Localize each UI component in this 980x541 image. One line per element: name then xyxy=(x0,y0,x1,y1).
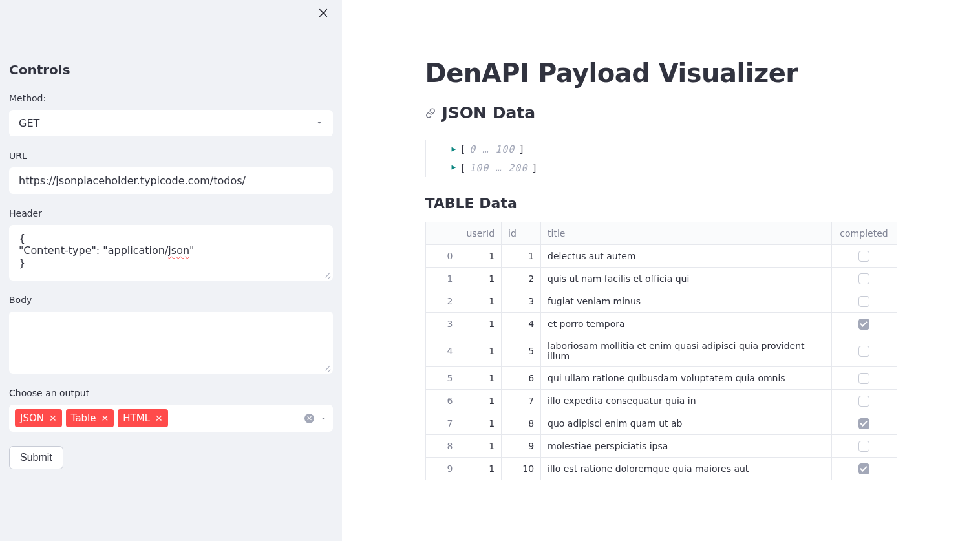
output-label: Choose an output xyxy=(9,388,333,398)
cell-title: delectus aut autem xyxy=(541,245,831,268)
checkbox-icon xyxy=(858,346,869,357)
cell-index: 0 xyxy=(425,245,460,268)
table-row[interactable]: 516qui ullam ratione quibusdam voluptate… xyxy=(425,367,897,390)
checkbox-icon xyxy=(858,296,869,307)
cell-title: fugiat veniam minus xyxy=(541,290,831,313)
cell-id: 7 xyxy=(502,390,541,412)
cell-userid: 1 xyxy=(460,245,502,268)
table-row[interactable]: 415laboriosam mollitia et enim quasi adi… xyxy=(425,335,897,367)
caret-down-icon[interactable] xyxy=(319,412,327,425)
cell-index: 6 xyxy=(425,390,460,412)
method-label: Method: xyxy=(9,93,333,103)
json-range-text: 0 … 100 xyxy=(469,140,515,159)
table-section-title: TABLE Data xyxy=(425,195,897,211)
cell-index: 7 xyxy=(425,412,460,435)
cell-index: 8 xyxy=(425,435,460,458)
cell-id: 2 xyxy=(502,268,541,290)
resize-grip-icon[interactable] xyxy=(322,270,331,279)
cell-index: 1 xyxy=(425,268,460,290)
cell-id: 8 xyxy=(502,412,541,435)
body-textarea[interactable] xyxy=(9,312,333,374)
url-label: URL xyxy=(9,151,333,161)
table-row[interactable]: 819molestiae perspiciatis ipsa xyxy=(425,435,897,458)
table-row[interactable]: 213fugiat veniam minus xyxy=(425,290,897,313)
cell-userid: 1 xyxy=(460,268,502,290)
cell-userid: 1 xyxy=(460,435,502,458)
header-textarea[interactable]: {"Content-type": "application/json"} xyxy=(9,225,333,281)
table-row[interactable]: 112quis ut nam facilis et officia qui xyxy=(425,268,897,290)
checkbox-icon xyxy=(858,319,869,330)
cell-id: 4 xyxy=(502,313,541,335)
resize-grip-icon[interactable] xyxy=(322,363,331,372)
cell-index: 5 xyxy=(425,367,460,390)
th-index[interactable] xyxy=(425,222,460,245)
table-row[interactable]: 9110illo est ratione doloremque quia mai… xyxy=(425,458,897,480)
body-label: Body xyxy=(9,295,333,305)
cell-index: 3 xyxy=(425,313,460,335)
cell-userid: 1 xyxy=(460,412,502,435)
page-title: DenAPI Payload Visualizer xyxy=(425,58,897,88)
th-title[interactable]: title xyxy=(541,222,831,245)
sidebar-title: Controls xyxy=(9,62,333,78)
cell-title: qui ullam ratione quibusdam voluptatem q… xyxy=(541,367,831,390)
tag-remove-icon[interactable]: ✕ xyxy=(49,413,57,423)
cell-id: 1 xyxy=(502,245,541,268)
tag-remove-icon[interactable]: ✕ xyxy=(101,413,109,423)
json-range-row[interactable]: ▶[100 … 200] xyxy=(452,159,897,178)
cell-id: 5 xyxy=(502,335,541,367)
url-value: https://jsonplaceholder.typicode.com/tod… xyxy=(19,175,246,187)
th-userid[interactable]: userId xyxy=(460,222,502,245)
cell-userid: 1 xyxy=(460,458,502,480)
cell-id: 3 xyxy=(502,290,541,313)
cell-index: 9 xyxy=(425,458,460,480)
method-select[interactable]: GET xyxy=(9,110,333,136)
json-range-row[interactable]: ▶[0 … 100] xyxy=(452,140,897,159)
output-multiselect[interactable]: JSON ✕ Table ✕ HTML ✕ ✕ xyxy=(9,405,333,432)
cell-index: 2 xyxy=(425,290,460,313)
header-label: Header xyxy=(9,208,333,218)
cell-id: 6 xyxy=(502,367,541,390)
th-id[interactable]: id xyxy=(502,222,541,245)
cell-title: molestiae perspiciatis ipsa xyxy=(541,435,831,458)
cell-title: illo expedita consequatur quia in xyxy=(541,390,831,412)
sidebar: Controls Method: GET URL https://jsonpla… xyxy=(0,0,342,541)
expand-caret-icon[interactable]: ▶ xyxy=(452,143,456,156)
output-tag-json: JSON ✕ xyxy=(15,409,62,427)
cell-userid: 1 xyxy=(460,313,502,335)
expand-caret-icon[interactable]: ▶ xyxy=(452,161,456,175)
table-row[interactable]: 314et porro tempora xyxy=(425,313,897,335)
close-icon[interactable] xyxy=(314,4,333,25)
json-bracket-close: ] xyxy=(531,159,537,178)
json-bracket-open: [ xyxy=(460,159,465,178)
cell-completed xyxy=(831,412,897,435)
table-row[interactable]: 718quo adipisci enim quam ut ab xyxy=(425,412,897,435)
caret-down-icon xyxy=(315,117,323,129)
cell-completed xyxy=(831,335,897,367)
output-tags: JSON ✕ Table ✕ HTML ✕ xyxy=(15,409,168,427)
checkbox-icon xyxy=(858,441,869,452)
cell-index: 4 xyxy=(425,335,460,367)
checkbox-icon xyxy=(858,418,869,429)
clear-all-icon[interactable]: ✕ xyxy=(304,414,314,423)
cell-title: laboriosam mollitia et enim quasi adipis… xyxy=(541,335,831,367)
tag-label: Table xyxy=(71,412,96,424)
tag-label: JSON xyxy=(20,412,44,424)
url-input[interactable]: https://jsonplaceholder.typicode.com/tod… xyxy=(9,167,333,194)
output-tag-html: HTML ✕ xyxy=(118,409,167,427)
json-range-text: 100 … 200 xyxy=(469,159,527,178)
checkbox-icon xyxy=(858,251,869,262)
checkbox-icon xyxy=(858,463,869,474)
cell-id: 10 xyxy=(502,458,541,480)
table-row[interactable]: 011delectus aut autem xyxy=(425,245,897,268)
cell-completed xyxy=(831,290,897,313)
submit-button[interactable]: Submit xyxy=(9,446,63,469)
checkbox-icon xyxy=(858,373,869,384)
th-completed[interactable]: completed xyxy=(831,222,897,245)
method-value: GET xyxy=(19,117,39,129)
checkbox-icon xyxy=(858,273,869,284)
cell-userid: 1 xyxy=(460,367,502,390)
cell-title: illo est ratione doloremque quia maiores… xyxy=(541,458,831,480)
tag-remove-icon[interactable]: ✕ xyxy=(155,413,163,423)
cell-completed xyxy=(831,367,897,390)
table-row[interactable]: 617illo expedita consequatur quia in xyxy=(425,390,897,412)
